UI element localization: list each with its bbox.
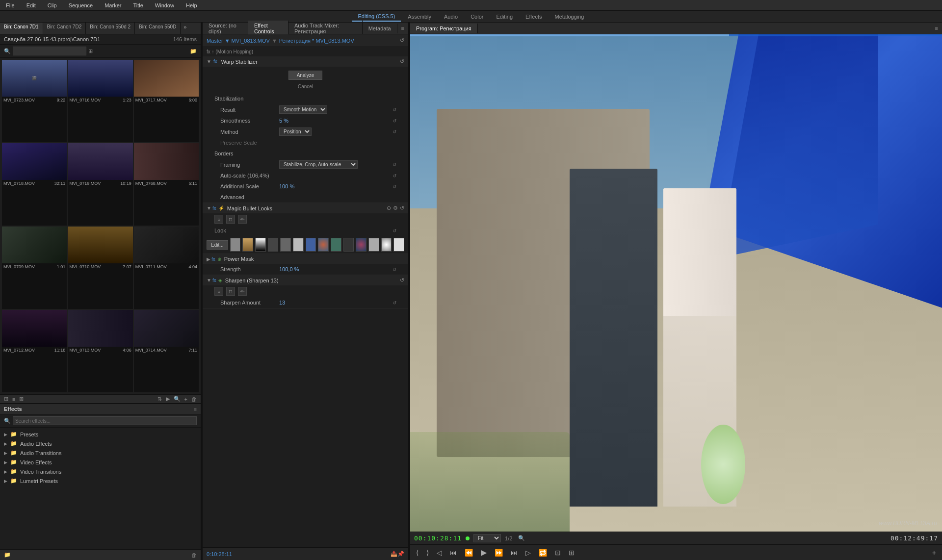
mb-tool-circle[interactable]: ○ xyxy=(214,215,223,224)
sharpen-header[interactable]: ▼ fx ◈ Sharpen (Sharpen 13) ↺ xyxy=(203,275,408,285)
metadata-tab[interactable]: Metadata xyxy=(363,24,397,33)
mb-settings-icon[interactable]: ⚙ xyxy=(393,205,398,211)
edit-button[interactable]: Edit... xyxy=(207,240,228,250)
list-icon[interactable]: ⊞ xyxy=(88,48,93,54)
automate-btn[interactable]: ▶ xyxy=(166,396,170,402)
menu-sequence[interactable]: Sequence xyxy=(67,1,95,9)
bin-search-input[interactable] xyxy=(13,47,86,55)
fx-pin-icon[interactable]: 📌 xyxy=(397,551,404,557)
rewind-btn[interactable]: ⏮ xyxy=(448,548,459,558)
look-preset-0[interactable] xyxy=(230,238,241,252)
menu-window[interactable]: Window xyxy=(153,1,176,9)
safe-margins-btn[interactable]: ⊡ xyxy=(553,548,563,558)
step-fwd-frame-btn[interactable]: ⏩ xyxy=(493,548,505,558)
look-preset-13[interactable] xyxy=(393,238,404,252)
media-item-0[interactable]: 🎬 MVI_0723.MOV 9:22 xyxy=(2,60,67,142)
new-custom-bin-btn[interactable]: 📁 xyxy=(4,552,11,558)
look-preset-1[interactable] xyxy=(242,238,253,252)
media-item-4[interactable]: MVI_0719.MOV 10:19 xyxy=(68,143,132,226)
strength-reset[interactable]: ↺ xyxy=(392,267,396,272)
smoothness-reset[interactable]: ↺ xyxy=(392,118,396,124)
warp-stabilizer-header[interactable]: ▼ fx Warp Stabilizer ↺ xyxy=(203,56,408,67)
mb-solo-icon[interactable]: ⊙ xyxy=(387,205,391,211)
menu-help[interactable]: Help xyxy=(184,1,199,9)
monitor-timecode-in[interactable]: 00:10:28:11 xyxy=(414,535,462,542)
mark-in-btn[interactable]: ⟨ xyxy=(414,548,420,558)
menu-title[interactable]: Title xyxy=(131,1,145,9)
program-monitor-tab[interactable]: Program: Регистрация xyxy=(410,24,478,33)
media-item-5[interactable]: MVI_0768.MOV 5:11 xyxy=(134,143,199,226)
clear-btn[interactable]: 🗑 xyxy=(191,396,197,402)
method-dropdown[interactable]: Position xyxy=(279,127,312,136)
effects-audio-transitions[interactable]: ▶ 📁 Audio Transitions xyxy=(0,448,201,458)
bin-tab-7d1[interactable]: Bin: Canon 7D1 xyxy=(0,23,43,34)
media-item-10[interactable]: MVI_0713.MOV 4:06 xyxy=(68,310,132,392)
look-preset-5[interactable] xyxy=(293,238,304,252)
mark-out-btn[interactable]: ⟩ xyxy=(424,548,431,558)
icon-view-btn[interactable]: ⊞ xyxy=(4,396,8,402)
workspace-editing[interactable]: Editing xyxy=(490,12,519,21)
sh-reset-btn[interactable]: ↺ xyxy=(400,277,404,283)
monitor-timecode-out[interactable]: 00:12:49:17 xyxy=(890,535,938,542)
magic-bullet-header[interactable]: ▼ fx ⚡ Magic Bullet Looks ⊙ ⚙ ↺ xyxy=(203,203,408,213)
freeform-view-btn[interactable]: ⊠ xyxy=(19,396,24,402)
mb-tool-pen[interactable]: ✏ xyxy=(238,215,247,224)
mb-tool-square[interactable]: □ xyxy=(226,215,235,224)
mb-reset-btn[interactable]: ↺ xyxy=(400,205,404,211)
panel-menu-icon[interactable]: ≡ xyxy=(397,25,408,31)
look-preset-3[interactable] xyxy=(268,238,279,252)
look-preset-9[interactable] xyxy=(343,238,354,252)
look-preset-10[interactable] xyxy=(356,238,366,252)
source-tab[interactable]: Source: (no clips) xyxy=(203,21,248,36)
look-preset-8[interactable] xyxy=(331,238,341,252)
media-item-8[interactable]: MVI_0711.MOV 4:04 xyxy=(134,227,199,309)
media-item-2[interactable]: MVI_0717.MOV 6:00 xyxy=(134,60,199,142)
effect-controls-tab[interactable]: Effect Controls xyxy=(248,21,288,36)
menu-clip[interactable]: Clip xyxy=(46,1,59,9)
new-item-btn[interactable]: + xyxy=(184,396,187,402)
power-mask-header[interactable]: ▶ fx ⊕ Power Mask xyxy=(203,254,408,264)
effects-presets[interactable]: ▶ 📁 Presets xyxy=(0,430,201,439)
media-item-6[interactable]: MVI_0709.MOV 1:01 xyxy=(2,227,67,309)
look-preset-12[interactable] xyxy=(381,238,392,252)
sh-tool-pen[interactable]: ✏ xyxy=(238,287,247,296)
fit-dropdown[interactable]: Fit 25% 50% 75% 100% xyxy=(473,534,501,542)
master-clip-dropdown[interactable]: Master ▼ MVI_0813.MOV xyxy=(207,38,270,44)
workspace-effects[interactable]: Effects xyxy=(520,12,548,21)
workspace-assembly[interactable]: Assembly xyxy=(402,12,437,21)
bin-tabs-more[interactable]: » xyxy=(181,23,189,34)
effects-video-transitions[interactable]: ▶ 📁 Video Transitions xyxy=(0,467,201,476)
effects-video-effects[interactable]: ▶ 📁 Video Effects xyxy=(0,458,201,467)
look-preset-4[interactable] xyxy=(280,238,291,252)
step-back-frame-btn[interactable]: ⏪ xyxy=(463,548,475,558)
media-item-7[interactable]: MVI_0710.MOV 7:07 xyxy=(68,227,132,309)
additional-scale-reset[interactable]: ↺ xyxy=(392,184,396,189)
media-item-9[interactable]: MVI_0712.MOV 11:18 xyxy=(2,310,67,392)
program-panel-menu-icon[interactable]: ≡ xyxy=(931,25,942,31)
result-reset[interactable]: ↺ xyxy=(392,107,396,112)
look-preset-6[interactable] xyxy=(306,238,316,252)
list-view-btn[interactable]: ≡ xyxy=(12,396,15,402)
zoom-in-icon[interactable]: 🔍 xyxy=(518,535,525,541)
fast-fwd-btn[interactable]: ⏭ xyxy=(509,548,520,558)
clip-name-link[interactable]: Регистрация * MVI_0813.MOV xyxy=(279,38,354,44)
bin-tab-7d2[interactable]: Bin: Canon 7D2 xyxy=(43,23,86,34)
workspace-metalogging[interactable]: Metalogging xyxy=(549,12,590,21)
step-fwd-btn[interactable]: ▷ xyxy=(523,548,533,558)
sh-tool-circle[interactable]: ○ xyxy=(214,287,223,296)
menu-file[interactable]: File xyxy=(4,1,17,9)
delete-effect-btn[interactable]: 🗑 xyxy=(191,552,197,558)
play-btn[interactable]: ▶ xyxy=(479,547,489,558)
media-item-11[interactable]: MVI_0714.MOV 7:11 xyxy=(134,310,199,392)
effects-lumetri-presets[interactable]: ▶ 📁 Lumetri Presets xyxy=(0,476,201,485)
effects-search-input[interactable] xyxy=(13,416,197,425)
framing-dropdown[interactable]: Stabilize, Crop, Auto-scale xyxy=(279,160,358,169)
autoscale-reset[interactable]: ↺ xyxy=(392,173,396,178)
workspace-editing-css5[interactable]: Editing (CSS.5) xyxy=(352,12,401,22)
effects-panel-menu[interactable]: ≡ xyxy=(194,406,197,412)
look-preset-11[interactable] xyxy=(368,238,379,252)
fx-export-icon[interactable]: 📤 xyxy=(391,551,397,557)
workspace-audio[interactable]: Audio xyxy=(438,12,464,21)
sharpen-amount-reset[interactable]: ↺ xyxy=(392,300,396,305)
framing-reset[interactable]: ↺ xyxy=(392,162,396,167)
